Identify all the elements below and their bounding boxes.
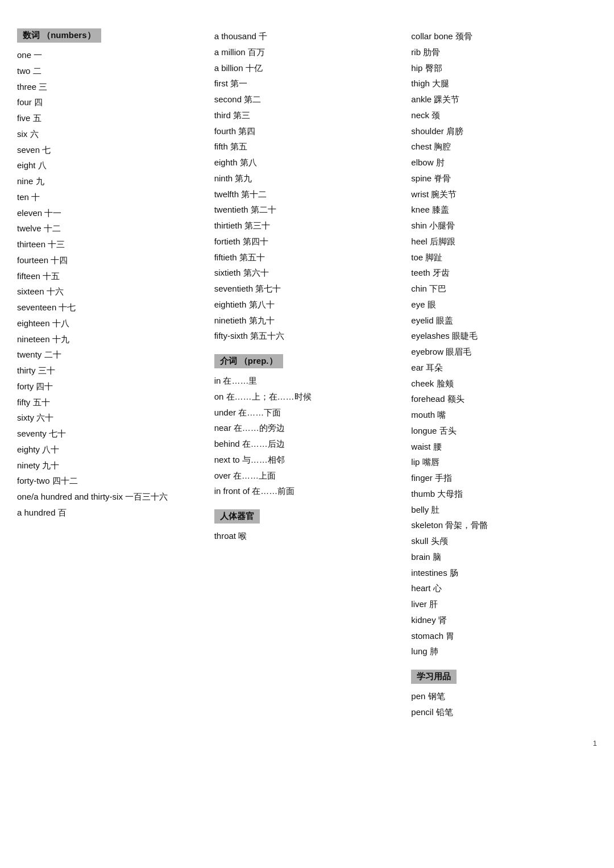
list-item: teeth 牙齿 <box>411 265 597 281</box>
prep-header-en: prep. <box>248 356 269 366</box>
list-item: shin 小腿骨 <box>411 218 597 234</box>
list-item: four 四 <box>17 94 203 110</box>
list-item: seventy 七十 <box>17 426 203 442</box>
column-3: collar bone 颈骨rib 肋骨hip 臀部thigh 大腿ankle … <box>411 23 597 730</box>
list-item: toe 脚趾 <box>411 250 597 265</box>
list-item: heel 后脚跟 <box>411 234 597 250</box>
list-item: eighteen 十八 <box>17 315 203 331</box>
list-item: fifty-sixth 第五十六 <box>214 328 400 344</box>
list-item: mouth 嘴 <box>411 407 597 423</box>
list-item: on 在……上；在……时候 <box>214 389 400 405</box>
list-item: twentieth 第二十 <box>214 202 400 218</box>
list-item: one 一 <box>17 47 203 63</box>
list-item: forty 四十 <box>17 379 203 394</box>
list-item: ear 耳朵 <box>411 360 597 376</box>
list-item: fourteen 十四 <box>17 252 203 268</box>
list-item: chin 下巴 <box>411 281 597 297</box>
list-item: spine 脊骨 <box>411 171 597 186</box>
list-item: second 第二 <box>214 92 400 107</box>
list-item: in front of 在……前面 <box>214 483 400 499</box>
list-item: ten 十 <box>17 189 203 205</box>
list-item: a million 百万 <box>214 44 400 60</box>
prep-list: in 在……里on 在……上；在……时候under 在……下面near 在……的… <box>214 373 400 499</box>
list-item: eighty 八十 <box>17 442 203 458</box>
column-1: 数词 （numbers） one 一two 二three 三four 四five… <box>17 23 203 730</box>
body-organs-header: 人体器官 <box>214 509 260 524</box>
section-body-organs: 人体器官 throat 喉 <box>214 509 400 544</box>
section-body-parts: collar bone 颈骨rib 肋骨hip 臀部thigh 大腿ankle … <box>411 28 597 659</box>
list-item: liver 肝 <box>411 596 597 612</box>
list-item: eye 眼 <box>411 297 597 313</box>
list-item: eyebrow 眼眉毛 <box>411 344 597 360</box>
list-item: one/a hundred and thirty-six 一百三十六 <box>17 489 203 505</box>
list-item: chest 胸腔 <box>411 139 597 155</box>
list-item: over 在……上面 <box>214 468 400 484</box>
list-item: skeleton 骨架，骨骼 <box>411 517 597 533</box>
list-item: throat 喉 <box>214 528 400 544</box>
list-item: sixty 六十 <box>17 410 203 426</box>
list-item: pen 钢笔 <box>411 688 597 704</box>
list-item: twenty 二十 <box>17 347 203 363</box>
list-item: belly 肚 <box>411 502 597 518</box>
list-item: kidney 肾 <box>411 612 597 628</box>
list-item: fiftieth 第五十 <box>214 250 400 265</box>
list-item: first 第一 <box>214 76 400 92</box>
list-item: pencil 铅笔 <box>411 704 597 720</box>
numbers-header: 数词 （numbers） <box>17 28 101 43</box>
list-item: fourth 第四 <box>214 123 400 139</box>
list-item: skull 头颅 <box>411 533 597 549</box>
list-item: a hundred 百 <box>17 505 203 521</box>
list-item: fifteen 十五 <box>17 268 203 284</box>
list-item: sixteen 十六 <box>17 284 203 300</box>
body-parts-list: collar bone 颈骨rib 肋骨hip 臀部thigh 大腿ankle … <box>411 28 597 659</box>
list-item: seven 七 <box>17 142 203 158</box>
section-prep: 介词 （prep.） in 在……里on 在……上；在……时候under 在……… <box>214 354 400 499</box>
list-item: shoulder 肩膀 <box>411 123 597 139</box>
list-item: seventeen 十七 <box>17 300 203 315</box>
list-item: in 在……里 <box>214 373 400 389</box>
list-item: eightieth 第八十 <box>214 297 400 313</box>
list-item: wrist 腕关节 <box>411 186 597 202</box>
list-item: thirtieth 第三十 <box>214 218 400 234</box>
page: 数词 （numbers） one 一two 二three 三four 四five… <box>17 23 597 730</box>
list-item: neck 颈 <box>411 107 597 123</box>
school-supplies-header: 学习用品 <box>411 670 457 684</box>
list-item: fifty 五十 <box>17 394 203 410</box>
list-item: eight 八 <box>17 157 203 173</box>
list-item: behind 在……后边 <box>214 436 400 452</box>
list-item: a thousand 千 <box>214 28 400 44</box>
list-item: brain 脑 <box>411 549 597 565</box>
list-item: eighth 第八 <box>214 155 400 171</box>
list-item: forehead 额头 <box>411 391 597 407</box>
list-item: lung 肺 <box>411 643 597 659</box>
list-item: lip 嘴唇 <box>411 454 597 470</box>
list-item: under 在……下面 <box>214 405 400 421</box>
list-item: intestines 肠 <box>411 565 597 581</box>
list-item: thirty 三十 <box>17 363 203 379</box>
numbers-header-en: numbers <box>51 30 86 40</box>
list-item: twelfth 第十二 <box>214 186 400 202</box>
section-school-supplies: 学习用品 pen 钢笔pencil 铅笔 <box>411 670 597 720</box>
list-item: two 二 <box>17 63 203 79</box>
list-item: ninth 第九 <box>214 171 400 186</box>
school-supplies-list: pen 钢笔pencil 铅笔 <box>411 688 597 720</box>
list-item: cheek 脸颊 <box>411 376 597 392</box>
list-item: a billion 十亿 <box>214 60 400 76</box>
list-item: nineteen 十九 <box>17 331 203 347</box>
large-numbers-list: a thousand 千a million 百万a billion 十亿firs… <box>214 28 400 344</box>
list-item: sixtieth 第六十 <box>214 265 400 281</box>
list-item: waist 腰 <box>411 439 597 455</box>
list-item: heart 心 <box>411 580 597 596</box>
list-item: ninetieth 第九十 <box>214 313 400 329</box>
list-item: eyelashes 眼睫毛 <box>411 328 597 344</box>
section-large-numbers: a thousand 千a million 百万a billion 十亿firs… <box>214 28 400 344</box>
list-item: finger 手指 <box>411 470 597 486</box>
list-item: thigh 大腿 <box>411 76 597 92</box>
list-item: fifth 第五 <box>214 139 400 155</box>
list-item: third 第三 <box>214 107 400 123</box>
list-item: thirteen 十三 <box>17 236 203 252</box>
body-organs-list: throat 喉 <box>214 528 400 544</box>
list-item: next to 与……相邻 <box>214 452 400 468</box>
list-item: longue 舌头 <box>411 423 597 439</box>
list-item: hip 臀部 <box>411 60 597 76</box>
